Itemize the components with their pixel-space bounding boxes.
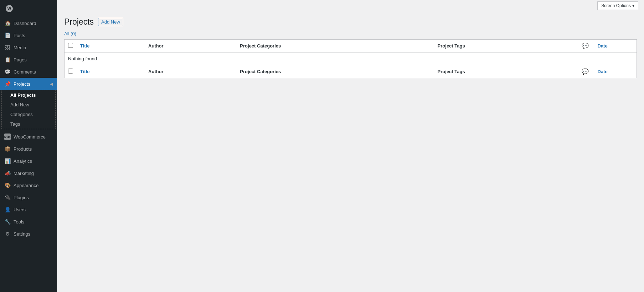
- comment-bubble-icon: 💬: [582, 43, 589, 49]
- sidebar-item-label: Posts: [14, 33, 25, 38]
- sidebar-item-analytics[interactable]: 📊 Analytics: [0, 155, 57, 167]
- table-header-checkbox: [65, 40, 77, 52]
- sidebar-item-marketing[interactable]: 📣 Marketing: [0, 167, 57, 179]
- table-footer-title: Title: [77, 65, 145, 78]
- table-footer-tags: Project Tags: [434, 65, 576, 78]
- dashboard-icon: 🏠: [4, 20, 11, 26]
- empty-message: Nothing found: [65, 52, 637, 65]
- sidebar-item-label: Users: [14, 207, 26, 212]
- table-header-date: Date: [594, 40, 637, 52]
- add-new-button[interactable]: Add New: [98, 18, 123, 26]
- sidebar: W 🏠 Dashboard 📄 Posts 🖼 Media 📋 Pages 💬 …: [0, 0, 57, 292]
- wordpress-logo: W: [6, 5, 13, 12]
- plugins-icon: 🔌: [4, 194, 11, 201]
- sidebar-item-label: Products: [14, 146, 32, 152]
- sidebar-item-label: Analytics: [14, 158, 32, 164]
- page-title: Projects: [64, 17, 94, 27]
- sidebar-item-pages[interactable]: 📋 Pages: [0, 54, 57, 66]
- sidebar-item-appearance[interactable]: 🎨 Appearance: [0, 179, 57, 191]
- sidebar-item-comments[interactable]: 💬 Comments: [0, 66, 57, 78]
- table-footer-date: Date: [594, 65, 637, 78]
- table-header-tags: Project Tags: [434, 40, 576, 52]
- table-header-author: Author: [145, 40, 236, 52]
- comment-bubble-footer-icon: 💬: [582, 69, 589, 75]
- woocommerce-icon: woo: [4, 134, 11, 140]
- screen-options-arrow: ▾: [632, 3, 634, 8]
- all-filter-link[interactable]: All (0): [64, 31, 76, 36]
- sidebar-item-label: Pages: [14, 57, 27, 62]
- collapse-arrow: ◀: [50, 82, 53, 86]
- appearance-icon: 🎨: [4, 182, 11, 188]
- projects-submenu: All Projects Add New Categories Tags: [1, 90, 56, 129]
- projects-table: Title Author Project Categories Project …: [64, 39, 637, 78]
- title-sort-link[interactable]: Title: [80, 43, 90, 49]
- date-sort-link[interactable]: Date: [598, 43, 608, 49]
- sidebar-item-users[interactable]: 👤 Users: [0, 203, 57, 216]
- products-icon: 📦: [4, 146, 11, 152]
- submenu-item-tags[interactable]: Tags: [2, 119, 55, 129]
- screen-options-button[interactable]: Screen Options ▾: [597, 1, 638, 10]
- table-footer-comments: 💬: [576, 65, 594, 78]
- submenu-item-add-new[interactable]: Add New: [2, 100, 55, 110]
- users-icon: 👤: [4, 206, 11, 213]
- table-header-row: Title Author Project Categories Project …: [65, 40, 637, 52]
- select-all-checkbox[interactable]: [68, 43, 73, 48]
- page-header: Projects Add New: [64, 17, 637, 27]
- sidebar-item-media[interactable]: 🖼 Media: [0, 41, 57, 54]
- sidebar-item-label: Tools: [14, 219, 24, 225]
- table-footer-author: Author: [145, 65, 236, 78]
- sidebar-item-label: Projects: [14, 81, 30, 87]
- sidebar-item-label: Plugins: [14, 195, 29, 200]
- screen-options-label: Screen Options: [601, 3, 631, 8]
- submenu-item-categories[interactable]: Categories: [2, 110, 55, 119]
- pages-icon: 📋: [4, 56, 11, 63]
- sidebar-item-plugins[interactable]: 🔌 Plugins: [0, 191, 57, 203]
- topbar: Screen Options ▾: [57, 0, 644, 11]
- main-content: Screen Options ▾ Projects Add New All (0…: [57, 0, 644, 292]
- projects-icon: 📌: [4, 81, 11, 87]
- table-footer-categories: Project Categories: [236, 65, 434, 78]
- marketing-icon: 📣: [4, 170, 11, 176]
- submenu-item-all-projects[interactable]: All Projects: [2, 90, 55, 100]
- table-footer-row: Title Author Project Categories Project …: [65, 65, 637, 78]
- content-area: Projects Add New All (0) Title Author: [57, 11, 644, 292]
- empty-row: Nothing found: [65, 52, 637, 65]
- filter-bar: All (0): [64, 31, 637, 36]
- table-header-comments: 💬: [576, 40, 594, 52]
- sidebar-item-settings[interactable]: ⚙ Settings: [0, 228, 57, 240]
- sidebar-item-label: Appearance: [14, 183, 38, 188]
- sidebar-logo: W: [0, 0, 57, 17]
- title-footer-sort-link[interactable]: Title: [80, 69, 90, 74]
- select-all-footer-checkbox[interactable]: [68, 69, 73, 74]
- sidebar-item-label: WooCommerce: [14, 134, 46, 140]
- sidebar-item-woocommerce[interactable]: woo WooCommerce: [0, 131, 57, 143]
- media-icon: 🖼: [4, 44, 11, 51]
- sidebar-item-dashboard[interactable]: 🏠 Dashboard: [0, 17, 57, 29]
- date-footer-sort-link[interactable]: Date: [598, 69, 608, 74]
- settings-icon: ⚙: [4, 231, 11, 237]
- sidebar-item-tools[interactable]: 🔧 Tools: [0, 216, 57, 228]
- table-footer-checkbox: [65, 65, 77, 78]
- comments-icon: 💬: [4, 69, 11, 75]
- analytics-icon: 📊: [4, 158, 11, 164]
- table-header-categories: Project Categories: [236, 40, 434, 52]
- sidebar-item-posts[interactable]: 📄 Posts: [0, 29, 57, 41]
- sidebar-item-label: Comments: [14, 69, 36, 75]
- sidebar-item-products[interactable]: 📦 Products: [0, 143, 57, 155]
- sidebar-item-label: Settings: [14, 231, 30, 237]
- sidebar-item-projects[interactable]: 📌 Projects ◀: [0, 78, 57, 90]
- table-header-title: Title: [77, 40, 145, 52]
- tools-icon: 🔧: [4, 218, 11, 225]
- sidebar-item-label: Marketing: [14, 171, 34, 176]
- sidebar-item-label: Media: [14, 45, 26, 50]
- posts-icon: 📄: [4, 32, 11, 39]
- sidebar-item-label: Dashboard: [14, 21, 36, 26]
